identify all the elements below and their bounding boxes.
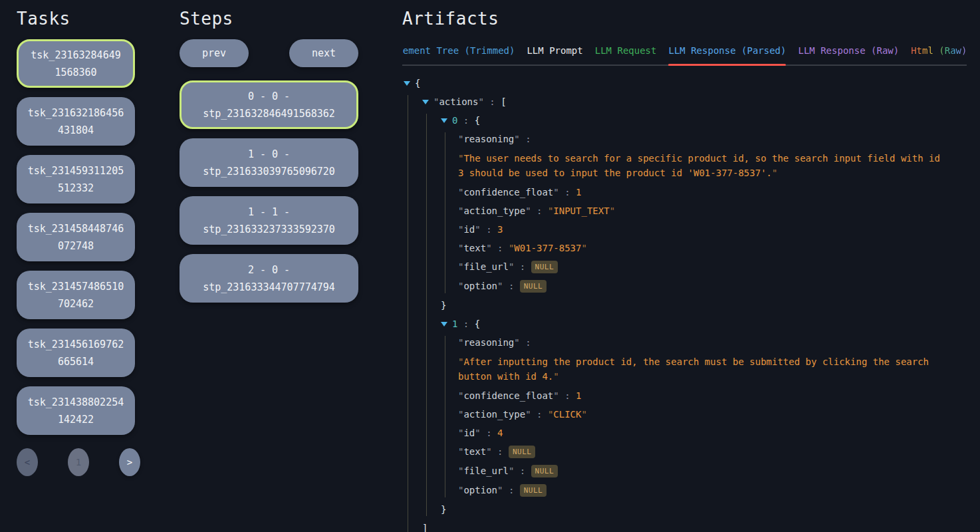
- json-close-row: }: [441, 299, 968, 312]
- json-scope-object: "reasoning" :"After inputting the produc…: [445, 336, 968, 497]
- tab-llm-request[interactable]: LLM Request: [595, 43, 657, 65]
- json-tree: {"actions" : [0 : {"reasoning" :"The use…: [402, 76, 968, 532]
- tab-html-raw[interactable]: Html (Raw): [911, 43, 967, 65]
- prev-step-button[interactable]: prev: [180, 39, 249, 67]
- tasks-title: Tasks: [17, 7, 135, 31]
- pagination-prev-button[interactable]: <: [17, 448, 38, 476]
- step-list: 0 - 0 - stp_2316328464915683621 - 0 - st…: [180, 80, 358, 303]
- json-field-row: "text" : "W01-377-8537": [458, 241, 968, 255]
- null-badge: NULL: [531, 261, 558, 273]
- json-field-row: "text" : NULL: [458, 445, 968, 459]
- json-field-row: "confidence_float" : 1: [458, 186, 968, 199]
- json-scope-actions: 0 : {"reasoning" :"The user needs to sea…: [426, 114, 968, 516]
- json-scope-root: "actions" : [0 : {"reasoning" :"The user…: [408, 95, 968, 532]
- app-root: Tasks tsk_231632846491568360tsk_23163218…: [0, 0, 980, 532]
- collapse-triangle-icon[interactable]: [422, 100, 429, 104]
- tasks-panel: Tasks tsk_231632846491568360tsk_23163218…: [17, 7, 135, 476]
- json-close-row: }: [441, 503, 968, 516]
- task-button[interactable]: tsk_231459311205512332: [17, 155, 135, 203]
- step-button[interactable]: 1 - 0 - stp_231633039765096720: [180, 138, 358, 187]
- artifact-tabs-viewport: Element Tree (Trimmed)LLM PromptLLM Requ…: [402, 43, 968, 66]
- steps-panel: Steps prev next 0 - 0 - stp_231632846491…: [180, 7, 358, 312]
- tasks-pagination: < 1 >: [17, 448, 140, 476]
- tab-llm-response-parsed[interactable]: LLM Response (Parsed): [668, 43, 786, 65]
- tab-llm-response-raw[interactable]: LLM Response (Raw): [798, 43, 899, 65]
- task-button[interactable]: tsk_231456169762665614: [17, 329, 135, 377]
- artifacts-panel: Artifacts Element Tree (Trimmed)LLM Prom…: [402, 7, 968, 532]
- json-array-item-row: 0 : {: [441, 114, 968, 127]
- json-field-row: "option" : NULL: [458, 279, 968, 293]
- json-value-multiline: "The user needs to search for a specific…: [458, 151, 945, 180]
- json-field-row: "file_url" : NULL: [458, 260, 968, 274]
- page-number: 1: [76, 457, 81, 467]
- json-field-row: "reasoning" :: [458, 132, 968, 146]
- step-button[interactable]: 1 - 1 - stp_231633237333592370: [180, 196, 358, 245]
- steps-nav: prev next: [180, 39, 358, 67]
- json-field-row: "id" : 4: [458, 426, 968, 440]
- collapse-triangle-icon[interactable]: [404, 81, 410, 86]
- next-step-button[interactable]: next: [289, 39, 358, 67]
- collapse-triangle-icon[interactable]: [441, 322, 447, 327]
- json-field-row: "action_type" : "CLICK": [458, 408, 968, 421]
- json-field-row: "file_url" : NULL: [458, 464, 968, 478]
- json-field-row: "confidence_float" : 1: [458, 389, 968, 402]
- step-button[interactable]: 2 - 0 - stp_231633344707774794: [180, 254, 358, 303]
- steps-title: Steps: [180, 7, 358, 31]
- json-row: "actions" : [: [422, 95, 968, 108]
- json-field-row: "reasoning" :: [458, 336, 968, 349]
- task-list: tsk_231632846491568360tsk_23163218645643…: [17, 39, 135, 435]
- json-close-row: ]: [422, 521, 968, 532]
- step-button[interactable]: 0 - 0 - stp_231632846491568362: [180, 80, 358, 129]
- null-badge: NULL: [509, 446, 536, 458]
- collapse-triangle-icon[interactable]: [441, 118, 447, 123]
- pagination-page-button[interactable]: 1: [68, 448, 89, 476]
- task-button[interactable]: tsk_231458448746072748: [17, 213, 135, 261]
- null-badge: NULL: [520, 280, 547, 293]
- task-button[interactable]: tsk_231457486510702462: [17, 271, 135, 319]
- null-badge: NULL: [531, 465, 558, 477]
- null-badge: NULL: [520, 484, 547, 497]
- json-field-row: "action_type" : "INPUT_TEXT": [458, 204, 968, 217]
- tab-llm-prompt[interactable]: LLM Prompt: [527, 43, 582, 65]
- pagination-next-button[interactable]: >: [119, 448, 140, 476]
- artifact-tabs: Element Tree (Trimmed)LLM PromptLLM Requ…: [402, 43, 967, 66]
- task-button[interactable]: tsk_231632186456431804: [17, 97, 135, 146]
- json-value-multiline: "After inputting the product id, the sea…: [458, 354, 945, 384]
- json-array-item-row: 1 : {: [441, 317, 968, 331]
- chevron-left-icon: <: [25, 457, 30, 467]
- chevron-right-icon: >: [127, 457, 132, 467]
- tab-element-tree-trimmed[interactable]: Element Tree (Trimmed): [402, 43, 515, 65]
- json-field-row: "id" : 3: [458, 223, 968, 236]
- json-scope-object: "reasoning" :"The user needs to search f…: [445, 132, 968, 293]
- task-button[interactable]: tsk_231632846491568360: [17, 39, 135, 88]
- json-row: {: [404, 76, 968, 90]
- task-button[interactable]: tsk_231438802254142422: [17, 386, 135, 435]
- json-field-row: "option" : NULL: [458, 483, 968, 497]
- artifacts-title: Artifacts: [402, 7, 968, 31]
